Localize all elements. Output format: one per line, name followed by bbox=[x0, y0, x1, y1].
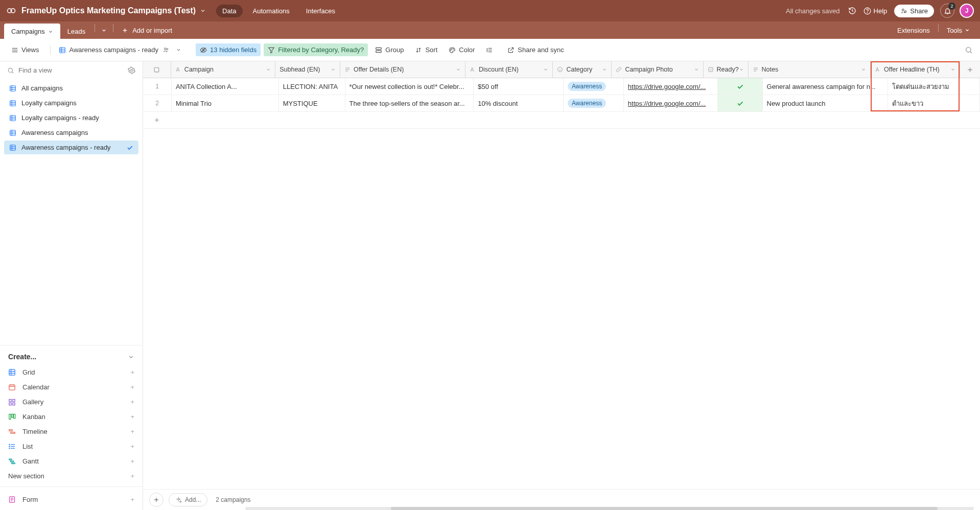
cell-subhead[interactable]: LLECTION: ANITA bbox=[279, 78, 345, 95]
cell-subhead[interactable]: MYSTIQUE bbox=[279, 95, 345, 111]
chevron-down-icon[interactable] bbox=[861, 67, 866, 72]
nav-automations[interactable]: Automations bbox=[247, 5, 296, 17]
find-view-input[interactable] bbox=[18, 66, 128, 74]
add-column-button[interactable] bbox=[960, 61, 980, 78]
tools-button[interactable]: Tools bbox=[941, 22, 976, 38]
sort-button[interactable]: Sort bbox=[411, 43, 441, 56]
app-logo-icon[interactable] bbox=[6, 6, 16, 16]
search-records-icon[interactable] bbox=[965, 46, 973, 54]
create-list[interactable]: List+ bbox=[7, 439, 135, 454]
view-settings-icon[interactable] bbox=[128, 66, 135, 74]
chevron-down-icon[interactable] bbox=[266, 67, 271, 72]
cell-category[interactable]: Awareness bbox=[564, 95, 624, 111]
group-button[interactable]: Group bbox=[371, 43, 408, 56]
cell-ready[interactable] bbox=[718, 78, 763, 95]
table-row[interactable]: 1 ANITA Collection A... LLECTION: ANITA … bbox=[143, 78, 980, 95]
column-subhead-en[interactable]: Subhead (EN) bbox=[275, 61, 340, 78]
cell-category[interactable]: Awareness bbox=[564, 78, 624, 95]
create-grid[interactable]: Grid+ bbox=[7, 365, 135, 380]
view-loyalty-campaigns[interactable]: Loyalty campaigns bbox=[4, 96, 138, 110]
chevron-down-icon[interactable] bbox=[694, 67, 699, 72]
color-button[interactable]: Color bbox=[445, 43, 479, 56]
text-field-icon bbox=[470, 66, 476, 73]
photo-link[interactable]: https://drive.google.com/... bbox=[628, 83, 706, 90]
cell-discount[interactable]: $50 off bbox=[474, 78, 564, 95]
add-or-import-button[interactable]: Add or import bbox=[115, 22, 178, 38]
table-tab-leads[interactable]: Leads bbox=[60, 24, 92, 39]
share-button[interactable]: Share bbox=[894, 5, 934, 17]
base-menu-chevron-icon[interactable] bbox=[200, 8, 206, 14]
scrollbar-thumb[interactable] bbox=[391, 507, 938, 510]
row-height-button[interactable] bbox=[482, 44, 500, 56]
create-gantt[interactable]: Gantt+ bbox=[7, 454, 135, 469]
column-notes[interactable]: Notes bbox=[749, 61, 871, 78]
create-timeline[interactable]: Timeline+ bbox=[7, 424, 135, 439]
add-menu-button[interactable]: Add... bbox=[169, 493, 207, 506]
users-icon bbox=[162, 47, 170, 54]
user-avatar[interactable]: J bbox=[960, 4, 974, 18]
notifications-button[interactable]: 2 bbox=[940, 4, 954, 18]
column-ready[interactable]: Ready? bbox=[704, 61, 749, 78]
column-campaign[interactable]: Campaign bbox=[171, 61, 275, 78]
column-offer-details-en[interactable]: Offer Details (EN) bbox=[340, 61, 465, 78]
column-campaign-photo[interactable]: Campaign Photo bbox=[612, 61, 703, 78]
row-number[interactable]: 2 bbox=[143, 95, 172, 111]
cell-offer-th[interactable]: โดดเด่นและสวยงาม bbox=[888, 78, 980, 95]
create-calendar[interactable]: Calendar+ bbox=[7, 380, 135, 395]
column-category[interactable]: Category bbox=[553, 61, 612, 78]
chevron-down-icon[interactable] bbox=[331, 67, 336, 72]
extensions-button[interactable]: Extensions bbox=[891, 22, 936, 38]
chevron-down-icon[interactable] bbox=[543, 67, 548, 72]
chevron-down-icon[interactable] bbox=[602, 67, 607, 72]
horizontal-scrollbar[interactable] bbox=[245, 507, 974, 510]
cell-offer-details[interactable]: The three top-sellers of the season ar..… bbox=[345, 95, 474, 111]
add-record-row[interactable] bbox=[143, 112, 980, 129]
chevron-down-icon[interactable] bbox=[950, 67, 955, 72]
create-form[interactable]: Form+ bbox=[7, 492, 135, 507]
sort-icon bbox=[415, 47, 422, 54]
label: New section bbox=[8, 472, 44, 480]
views-toggle-button[interactable]: Views bbox=[7, 43, 43, 56]
select-all-header[interactable] bbox=[143, 61, 171, 78]
table-tab-campaigns[interactable]: Campaigns bbox=[4, 24, 60, 39]
view-awareness-campaigns-ready[interactable]: Awareness campaigns - ready bbox=[4, 141, 138, 154]
chevron-down-icon[interactable] bbox=[48, 29, 53, 34]
cell-campaign[interactable]: Minimal Trio bbox=[172, 95, 279, 111]
cell-photo[interactable]: https://drive.google.com/... bbox=[624, 78, 718, 95]
cell-discount[interactable]: 10% discount bbox=[474, 95, 564, 111]
cell-notes[interactable]: General awareness campaign for n... bbox=[763, 78, 889, 95]
cell-offer-details[interactable]: *Our newest collection is out!* Celebr..… bbox=[345, 78, 474, 95]
create-gallery[interactable]: Gallery+ bbox=[7, 395, 135, 409]
create-kanban[interactable]: Kanban+ bbox=[7, 409, 135, 424]
create-new-section[interactable]: New section+ bbox=[7, 469, 135, 483]
view-awareness-campaigns[interactable]: Awareness campaigns bbox=[4, 126, 138, 140]
nav-interfaces[interactable]: Interfaces bbox=[300, 5, 341, 17]
cell-ready[interactable] bbox=[718, 95, 763, 111]
base-name[interactable]: FrameUp Optics Marketing Campaigns (Test… bbox=[21, 6, 196, 15]
share-sync-button[interactable]: Share and sync bbox=[503, 43, 568, 56]
cell-notes[interactable]: New product launch bbox=[763, 95, 889, 111]
chevron-down-icon[interactable] bbox=[456, 67, 461, 72]
view-all-campaigns[interactable]: All campaigns bbox=[4, 81, 138, 95]
hidden-fields-button[interactable]: 13 hidden fields bbox=[196, 43, 261, 56]
row-number[interactable]: 1 bbox=[143, 78, 172, 95]
create-header[interactable]: Create... bbox=[7, 351, 135, 365]
chevron-down-icon[interactable] bbox=[739, 67, 744, 72]
add-record-button[interactable] bbox=[149, 493, 164, 507]
filter-button[interactable]: Filtered by Category, Ready? bbox=[264, 43, 368, 56]
cell-offer-th[interactable]: ดำและขาว bbox=[888, 95, 980, 111]
current-view-button[interactable]: Awareness campaigns - ready bbox=[55, 43, 189, 56]
svg-point-15 bbox=[165, 48, 167, 50]
tables-dropdown-icon[interactable] bbox=[97, 24, 111, 37]
cell-campaign[interactable]: ANITA Collection A... bbox=[172, 78, 279, 95]
cell-photo[interactable]: https://drive.google.com/... bbox=[624, 95, 718, 111]
column-discount-en[interactable]: Discount (EN) bbox=[465, 61, 553, 78]
view-loyalty-campaigns-ready[interactable]: Loyalty campaigns - ready bbox=[4, 111, 138, 125]
photo-link[interactable]: https://drive.google.com/... bbox=[628, 100, 706, 107]
table-row[interactable]: 2 Minimal Trio MYSTIQUE The three top-se… bbox=[143, 95, 980, 112]
chevron-down-icon[interactable] bbox=[176, 47, 181, 53]
help-button[interactable]: Help bbox=[864, 7, 888, 15]
history-icon[interactable] bbox=[848, 7, 856, 15]
column-offer-headline-th[interactable]: Offer Headline (TH) bbox=[871, 61, 960, 78]
nav-data[interactable]: Data bbox=[216, 5, 242, 17]
